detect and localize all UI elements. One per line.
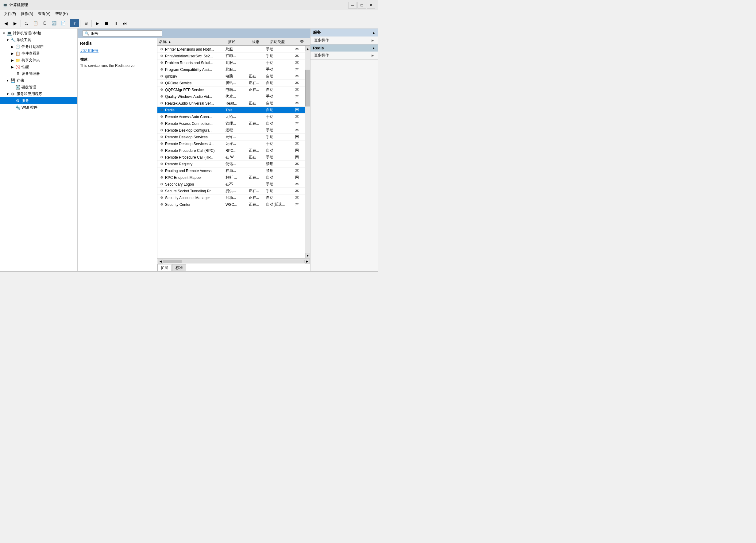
forward-button[interactable]: ▶ xyxy=(11,19,19,27)
search-input[interactable] xyxy=(91,31,152,36)
play-button[interactable]: ▶ xyxy=(93,19,102,27)
table-row[interactable]: ⚙Routing and Remote Access在局...禁用本 xyxy=(157,168,305,174)
event-icon: 📋 xyxy=(15,51,21,56)
close-button[interactable]: ✕ xyxy=(367,2,375,9)
table-row[interactable]: ⚙Secondary Logon在不...手动本 xyxy=(157,181,305,188)
grid-button[interactable]: ⊞ xyxy=(82,19,90,27)
cell-status: 正在... xyxy=(247,175,264,180)
wmi-icon: 🔩 xyxy=(15,105,21,110)
scroll-up-button[interactable]: ▲ xyxy=(305,46,310,51)
hscroll-track[interactable] xyxy=(163,260,305,263)
table-row[interactable]: ⚙QQPCMgr RTP Service电脑...正在...自动本 xyxy=(157,87,305,93)
doc-button[interactable]: 🗒 xyxy=(41,19,49,27)
table-row[interactable]: ⚙Remote Procedure Call (RP...在 W...正在...… xyxy=(157,154,305,161)
service-action-link[interactable]: 启动此服务 xyxy=(80,48,155,53)
horizontal-scrollbar[interactable]: ◀ ▶ xyxy=(157,258,310,264)
service-icon: ⚙ xyxy=(159,175,164,180)
table-row[interactable]: ⚙Remote Access Connection...管理...正在...自动… xyxy=(157,120,305,127)
help-button[interactable]: ? xyxy=(70,19,79,27)
menu-file[interactable]: 文件(F) xyxy=(2,11,18,17)
vertical-scrollbar[interactable]: ▲ ▼ xyxy=(305,46,310,258)
expand-icon-svc-apps: ▼ xyxy=(5,91,10,96)
cell-desc: 管理... xyxy=(224,121,247,126)
new-button[interactable]: 📄 xyxy=(59,19,67,27)
table-row[interactable]: ⚙Problem Reports and Soluti...此服...手动本 xyxy=(157,60,305,66)
col-header-desc[interactable]: 描述 xyxy=(226,38,250,45)
sidebar-item-services[interactable]: ⚙ 服务 xyxy=(0,97,77,104)
table-row[interactable]: ⚙qmbsrv电脑...正在...自动本 xyxy=(157,73,305,80)
cell-status xyxy=(247,164,264,164)
tab-extended[interactable]: 扩展 xyxy=(157,264,172,271)
tab-standard[interactable]: 标准 xyxy=(172,264,186,271)
folder-button[interactable]: 🗂 xyxy=(22,19,31,27)
col-header-name[interactable]: 名称 ▲ xyxy=(157,38,226,45)
sidebar-item-performance[interactable]: ▶ 🚫 性能 xyxy=(0,64,77,70)
col-header-logon[interactable]: 登 xyxy=(298,38,310,45)
menu-action[interactable]: 操作(A) xyxy=(18,11,36,17)
refresh-button[interactable]: 🔄 xyxy=(50,19,58,27)
table-row[interactable]: ⚙Quality Windows Audio Vid...优质...手动本 xyxy=(157,93,305,100)
desc-label: 描述: xyxy=(80,57,155,62)
service-icon: ⚙ xyxy=(159,189,164,194)
table-row[interactable]: ⚙Secure Socket Tunneling Pr...提供...正在...… xyxy=(157,188,305,194)
cell-name: ⚙Remote Access Connection... xyxy=(157,121,224,126)
service-icon: ⚙ xyxy=(159,74,164,79)
minimize-button[interactable]: ─ xyxy=(348,2,357,9)
table-row[interactable]: ⚙Remote Access Auto Conn...无论...手动本 xyxy=(157,114,305,120)
right-action-more-ops-services[interactable]: 更多操作 ▶ xyxy=(311,37,378,44)
scroll-track[interactable] xyxy=(305,51,310,253)
table-row[interactable]: ⚙Remote Desktop Services允许...手动网 xyxy=(157,134,305,141)
table-row[interactable]: ⚙Remote Desktop Configura...远程...手动本 xyxy=(157,127,305,134)
hscroll-right[interactable]: ▶ xyxy=(305,259,310,264)
table-row[interactable]: ⚙Security Accounts Manager启动...正在...自动本 xyxy=(157,194,305,201)
col-header-startup[interactable]: 启动类型 xyxy=(268,38,298,45)
title-text: 计算机管理 xyxy=(10,2,348,8)
cell-startup: 手动 xyxy=(264,154,293,160)
properties-button[interactable]: 📋 xyxy=(31,19,40,27)
cell-desc: 启动... xyxy=(224,195,247,201)
hscroll-left[interactable]: ◀ xyxy=(158,259,163,264)
split-pane: Redis 启动此服务 描述: This service runs the Re… xyxy=(78,38,310,271)
stop-button[interactable]: ⏹ xyxy=(102,19,111,27)
scroll-down-button[interactable]: ▼ xyxy=(305,253,310,258)
right-action-more-ops-redis[interactable]: 更多操作 ▶ xyxy=(311,52,378,59)
sidebar-item-event-viewer[interactable]: ▶ 📋 事件查看器 xyxy=(0,50,77,57)
right-section-services: 服务 ▲ 更多操作 ▶ xyxy=(311,29,378,44)
sidebar-item-task-scheduler[interactable]: ▶ 🕐 任务计划程序 xyxy=(0,43,77,50)
table-row[interactable]: ⚙PrintWorkflowUserSvc_5e2...打印...手动本 xyxy=(157,53,305,60)
toolbar: ◀ ▶ 🗂 📋 🗒 🔄 📄 ? ⊞ ▶ ⏹ ⏸ ⏭ xyxy=(0,18,378,29)
pause-button[interactable]: ⏸ xyxy=(111,19,120,27)
sidebar-item-system-tools[interactable]: ▼ 🔧 系统工具 xyxy=(0,37,77,43)
sidebar-item-computer-mgmt[interactable]: ▼ 💻 计算机管理(本地) xyxy=(0,30,77,37)
cell-name: ⚙Realtek Audio Universal Ser... xyxy=(157,101,224,106)
menu-view[interactable]: 查看(V) xyxy=(36,11,53,17)
table-row[interactable]: ⚙Remote Registry使远...禁用本 xyxy=(157,161,305,168)
table-row[interactable]: ⚙RPC Endpoint Mapper解析 ...正在...自动网 xyxy=(157,174,305,181)
hscroll-thumb[interactable] xyxy=(163,260,182,263)
service-name-text: Remote Desktop Services U... xyxy=(165,142,214,146)
restore-button[interactable]: □ xyxy=(357,2,366,9)
col-header-status[interactable]: 状态 xyxy=(250,38,268,45)
menu-help[interactable]: 帮助(H) xyxy=(53,11,70,17)
table-row[interactable]: ⚙Remote Procedure Call (RPC)RPC...正在...自… xyxy=(157,147,305,154)
sidebar-item-wmi[interactable]: 🔩 WMI 控件 xyxy=(0,104,77,111)
content-area: ▼ 💻 计算机管理(本地) ▼ 🔧 系统工具 ▶ 🕐 任务计划程序 ▶ 📋 事件… xyxy=(0,29,378,271)
table-row[interactable]: ⚙Security CenterWSC...正在...自动(延迟...本 xyxy=(157,201,305,208)
chevron-services: ▲ xyxy=(372,31,375,34)
sidebar-item-shared-folders[interactable]: ▶ 📁 共享文件夹 xyxy=(0,57,77,64)
sidebar-item-device-manager[interactable]: 🖥 设备管理器 xyxy=(0,70,77,77)
sidebar-label-perf: 性能 xyxy=(21,64,29,70)
sidebar-item-services-apps[interactable]: ▼ ⚙ 服务和应用程序 xyxy=(0,91,77,97)
table-row[interactable]: ⚙Program Compatibility Assi...此服...手动本 xyxy=(157,66,305,73)
step-button[interactable]: ⏭ xyxy=(121,19,129,27)
table-row[interactable]: ⚙Realtek Audio Universal Ser...Realt...正… xyxy=(157,100,305,107)
back-button[interactable]: ◀ xyxy=(2,19,10,27)
sidebar-item-disk-mgmt[interactable]: 💽 磁盘管理 xyxy=(0,84,77,91)
table-row[interactable]: ⚙RedisThis ...自动网 xyxy=(157,107,305,114)
table-row[interactable]: ⚙Remote Desktop Services U...允许...手动本 xyxy=(157,141,305,147)
table-row[interactable]: ⚙QPCore Service腾讯...正在...自动本 xyxy=(157,80,305,87)
table-row[interactable]: ⚙Printer Extensions and Notif...此服...手动本 xyxy=(157,46,305,53)
expand-icon-wmi xyxy=(10,105,15,110)
scroll-thumb[interactable] xyxy=(305,70,310,106)
sidebar-item-storage[interactable]: ▼ 💾 存储 xyxy=(0,77,77,84)
